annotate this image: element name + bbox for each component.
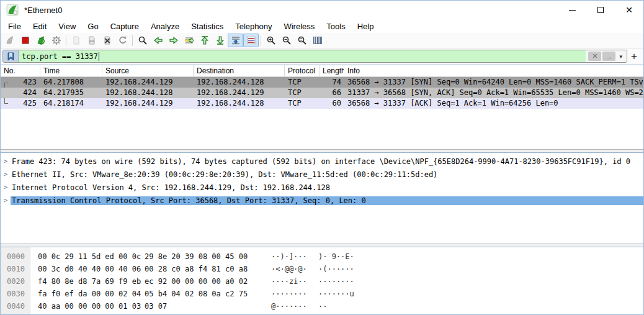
shark-fin-icon — [5, 35, 15, 45]
menu-wireless[interactable]: Wireless — [279, 21, 320, 32]
menu-analyze[interactable]: Analyze — [146, 21, 184, 32]
gear-icon — [51, 35, 61, 45]
detail-row-ip[interactable]: > Internet Protocol Version 4, Src: 192.… — [1, 181, 643, 194]
restart-capture-button[interactable] — [33, 34, 48, 47]
detail-row-ethernet[interactable]: > Ethernet II, Src: VMware_8e:20:39 (00:… — [1, 168, 643, 181]
hex-row[interactable]: 0040 40 aa 00 00 00 00 01 03 03 07 @····… — [1, 300, 643, 313]
resize-columns-button[interactable] — [310, 34, 325, 47]
menu-go[interactable]: Go — [83, 21, 103, 32]
packet-protocol: TCP — [285, 88, 320, 98]
restart-fin-icon — [36, 35, 46, 45]
packet-time: 64.217935 — [40, 88, 102, 98]
menu-telephony[interactable]: Telephony — [230, 21, 277, 32]
hex-row[interactable]: 0030 fa f0 ef da 00 00 02 04 05 b4 04 02… — [1, 288, 643, 300]
menu-edit[interactable]: Edit — [28, 21, 51, 32]
hex-bytes: 00 28 c0 a8 f4 81 c0 a8 — [145, 265, 251, 273]
column-header-time[interactable]: Time — [40, 65, 102, 76]
menu-help[interactable]: Help — [352, 21, 379, 32]
save-file-button[interactable]: 010 — [84, 34, 99, 47]
close-icon: ✕ — [625, 6, 633, 14]
hex-bytes: 05 b4 04 02 08 0a c2 75 — [145, 290, 251, 298]
column-header-protocol[interactable]: Protocol — [285, 65, 320, 76]
packet-row-423[interactable]: 423 64.217808 192.168.244.129 192.168.24… — [1, 77, 643, 88]
go-last-packet-button[interactable] — [212, 34, 228, 47]
packet-row-425[interactable]: 425 64.218174 192.168.244.129 192.168.24… — [1, 98, 643, 109]
hex-bytes: 00 3c d0 40 40 00 40 06 — [38, 265, 145, 273]
chevron-right-icon[interactable]: > — [1, 183, 11, 191]
maximize-button[interactable] — [586, 1, 615, 19]
document-010-icon: 010 — [87, 35, 97, 45]
hex-ascii: ·<·@@·@· — [271, 265, 312, 273]
packet-row-424[interactable]: 424 64.217935 192.168.244.128 192.168.24… — [1, 88, 643, 98]
detail-row-frame[interactable]: > Frame 423: 74 bytes on wire (592 bits)… — [1, 155, 643, 168]
packet-no: 424 — [23, 88, 37, 97]
packet-time: 64.217808 — [40, 77, 102, 88]
filter-apply-button[interactable]: → — [602, 52, 615, 61]
go-first-packet-button[interactable] — [197, 34, 212, 47]
go-forward-button[interactable] — [166, 34, 181, 47]
menu-tools[interactable]: Tools — [321, 21, 350, 32]
filter-clear-button[interactable]: ✕ — [588, 52, 601, 61]
hex-row[interactable]: 0000 00 0c 29 11 5d ed 00 0c 29 8e 20 39… — [1, 250, 643, 263]
open-file-button[interactable] — [68, 34, 84, 47]
packet-info: 36568 → 31337 [ACK] Seq=1 Ack=1 Win=6425… — [344, 98, 643, 109]
hex-ascii: @······· — [271, 302, 312, 311]
start-capture-button[interactable] — [2, 34, 17, 47]
hex-bytes: 40 aa 00 00 00 00 01 03 — [38, 302, 145, 311]
packet-time: 64.218174 — [40, 98, 102, 109]
close-button[interactable]: ✕ — [615, 1, 643, 19]
auto-scroll-toggle[interactable] — [228, 34, 243, 47]
search-icon — [138, 35, 148, 45]
filter-bar: tcp.port == 31337 ✕ → ▾ + — [1, 48, 643, 65]
hex-ascii: ·(······ — [318, 265, 354, 273]
filter-dropdown-button[interactable]: ▾ — [615, 53, 625, 60]
menu-bar: File Edit View Go Capture Analyze Statis… — [1, 19, 643, 33]
column-header-info[interactable]: Info — [344, 65, 643, 76]
detail-row-tcp-selected[interactable]: > Transmission Control Protocol, Src Por… — [1, 194, 643, 207]
close-file-button[interactable] — [99, 34, 115, 47]
colorize-toggle[interactable] — [243, 34, 259, 47]
packet-source: 192.168.244.129 — [102, 98, 194, 109]
hex-row[interactable]: 0010 00 3c d0 40 40 00 40 06 00 28 c0 a8… — [1, 263, 643, 275]
menu-view[interactable]: View — [53, 21, 81, 32]
column-header-no[interactable]: No. — [1, 65, 40, 76]
zoom-normal-button[interactable] — [294, 34, 310, 47]
minimize-button[interactable] — [558, 1, 586, 19]
filter-bookmark-button[interactable] — [3, 50, 19, 62]
hex-ascii: ····zi·· — [271, 277, 312, 286]
capture-options-button[interactable] — [48, 34, 64, 47]
chevron-right-icon[interactable]: > — [1, 170, 11, 178]
hex-ascii: ········ — [318, 277, 354, 286]
wireshark-window: *Ethernet0 ✕ File Edit View Go Capture A… — [0, 0, 644, 315]
packet-protocol: TCP — [285, 77, 320, 88]
column-header-length[interactable]: Length — [320, 65, 344, 76]
hex-row[interactable]: 0020 f4 80 8e d8 7a 69 f9 eb ec 92 00 00… — [1, 275, 643, 288]
hex-ascii: )· 9··E· — [318, 252, 354, 261]
menu-capture[interactable]: Capture — [105, 21, 144, 32]
colorize-icon — [246, 35, 256, 45]
reload-file-button[interactable] — [115, 34, 130, 47]
packet-destination: 192.168.244.129 — [194, 88, 285, 98]
menu-statistics[interactable]: Statistics — [186, 21, 228, 32]
column-header-source[interactable]: Source — [102, 65, 194, 76]
filter-text: tcp.port == 31337 — [22, 52, 98, 61]
chevron-right-icon[interactable]: > — [1, 196, 11, 204]
packet-no: 423 — [23, 78, 37, 86]
zoom-out-button[interactable] — [279, 34, 294, 47]
find-packet-button[interactable] — [135, 34, 150, 47]
menu-file[interactable]: File — [3, 21, 26, 32]
wireshark-fin-icon — [6, 4, 19, 16]
window-title: *Ethernet0 — [24, 6, 558, 15]
arrow-left-icon — [153, 35, 163, 45]
column-header-destination[interactable]: Destination — [194, 65, 285, 76]
filter-add-button[interactable]: + — [627, 50, 641, 63]
stop-capture-button[interactable] — [17, 34, 33, 47]
hex-bytes: ec 92 00 00 00 00 a0 02 — [145, 277, 251, 286]
display-filter-input[interactable]: tcp.port == 31337 — [19, 50, 586, 62]
chevron-right-icon[interactable]: > — [1, 157, 11, 165]
packet-list-header: No. Time Source Destination Protocol Len… — [1, 65, 643, 77]
hex-ascii: ··)·]··· — [271, 252, 312, 261]
zoom-in-button[interactable] — [263, 34, 279, 47]
go-to-packet-button[interactable] — [181, 34, 197, 47]
go-back-button[interactable] — [150, 34, 166, 47]
